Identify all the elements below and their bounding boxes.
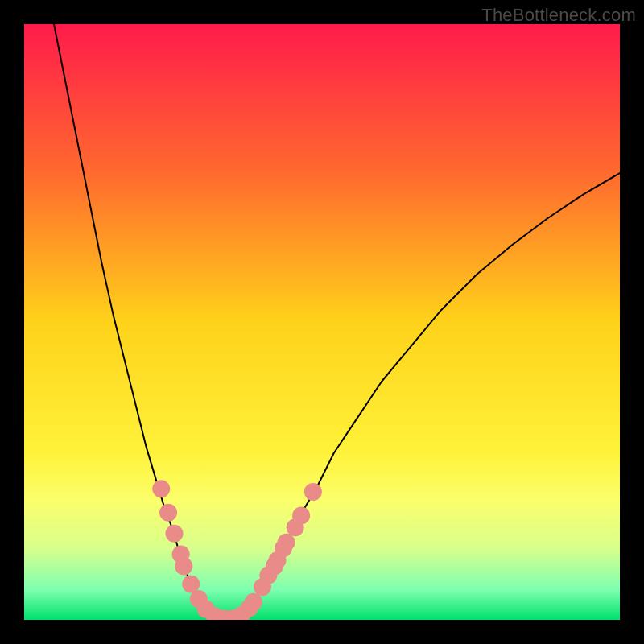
chart-frame: TheBottleneck.com xyxy=(0,0,644,644)
data-marker xyxy=(278,534,295,551)
data-marker xyxy=(304,483,322,501)
data-marker xyxy=(165,525,183,543)
watermark-text: TheBottleneck.com xyxy=(481,5,636,26)
data-marker xyxy=(152,480,170,497)
data-marker xyxy=(292,507,310,525)
chart-svg xyxy=(24,24,620,620)
data-marker xyxy=(175,557,192,575)
data-marker xyxy=(245,593,262,611)
data-marker xyxy=(159,504,177,522)
plot-area xyxy=(24,24,620,620)
gradient-background xyxy=(24,24,620,620)
